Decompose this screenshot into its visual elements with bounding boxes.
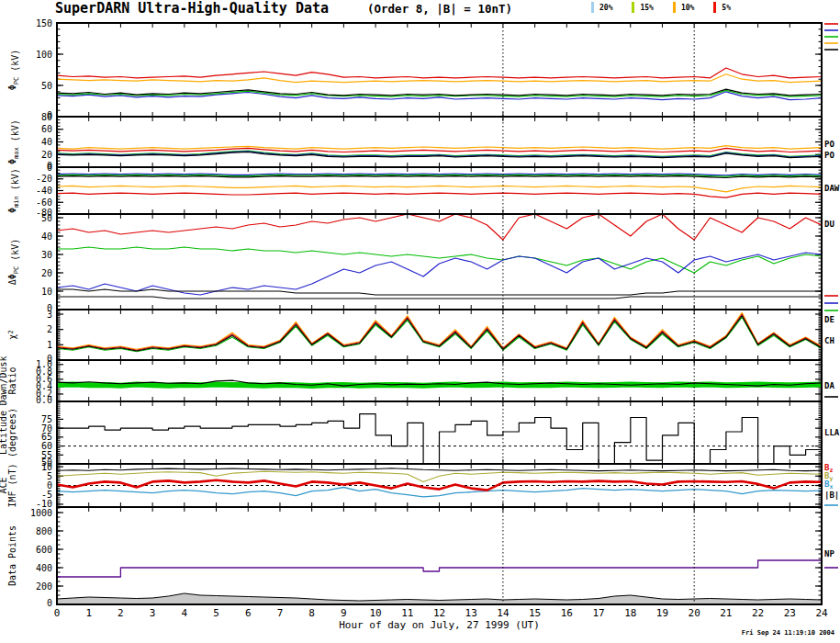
panel-data-points-series: [57, 560, 822, 604]
y-tick-label: 600: [36, 545, 52, 555]
y-tick-label: 55: [41, 450, 52, 460]
right-margin-label: PO: [824, 140, 834, 149]
x-tick-label: 24: [815, 607, 828, 619]
series-orange: [57, 74, 822, 83]
y-tick-label: 800: [36, 526, 52, 536]
panel-chi-squared-hour-ticks: [57, 310, 822, 360]
panel-dawn-dusk-ratio-y-axis-label: Ratio: [7, 367, 17, 394]
series-green: [57, 247, 822, 273]
y-tick-label: 60: [41, 124, 52, 134]
x-tick-label: 17: [592, 607, 604, 619]
x-tick-label: 2: [118, 607, 124, 619]
panel-chi-squared-border: [57, 310, 822, 360]
y-tick-label: -60: [36, 197, 52, 208]
y-tick-label: 400: [36, 563, 52, 573]
series-orange: [57, 312, 822, 349]
y-tick-label: 0: [47, 163, 52, 173]
y-tick-label: 20: [41, 268, 52, 278]
plot-timestamp: Fri Sep 24 11:19:10 2004: [742, 629, 834, 637]
panel-dawn-dusk-ratio-y-minor-ticks: [57, 361, 822, 401]
panel-latitude-y-axis-label: (degrees): [7, 408, 17, 457]
y-tick-label: 50: [41, 213, 52, 223]
x-tick-label: 4: [182, 607, 188, 619]
panel-phi-pc: 050100150ΦPC (kV): [7, 18, 822, 120]
x-tick-label: 1: [85, 607, 92, 619]
right-margin-label: NP: [824, 549, 834, 558]
y-tick-label: 75: [41, 414, 52, 424]
y-tick-label: 0: [47, 480, 52, 491]
panel-data-points-y-minor-ticks: [57, 508, 822, 604]
panel-ace-imf-y-axis-label: IMF (nT): [7, 463, 17, 507]
y-tick-label: 80: [41, 112, 52, 122]
y-tick-label: 10: [41, 462, 52, 472]
series-orange: [57, 146, 822, 150]
right-margin-label: DAW: [824, 184, 840, 193]
series-red: [57, 193, 822, 197]
panel-phi-pc-border: [57, 23, 822, 117]
y-tick-label: 1.0: [36, 359, 52, 369]
series-black: [57, 89, 822, 96]
panel-delta-phi-pc-y-axis-label: ΔΦPC (kV): [7, 239, 20, 286]
panel-phi-max-y-axis-label: Φmax (kV): [7, 119, 20, 164]
panel-ace-imf: -10-50510ACEIMF (nT): [0, 462, 822, 510]
series-black-lower: [57, 297, 822, 299]
panel-data-points-y-major-ticks: [57, 513, 822, 604]
x-tick-label: 0: [54, 607, 61, 619]
panel-phi-pc-y-axis-label: ΦPC (kV): [7, 50, 20, 91]
panel-dawn-dusk-ratio-hour-ticks: [57, 360, 822, 401]
y-tick-label: 70: [41, 423, 52, 434]
panel-phi-pc-hour-ticks: [57, 23, 822, 117]
x-tick-label: 11: [401, 607, 413, 619]
series-orange: [57, 186, 822, 191]
y-tick-label: 2: [47, 324, 52, 334]
series-B-magnitude: [57, 468, 822, 471]
panel-data-points-hour-ticks: [57, 507, 822, 604]
panel-latitude: 505560657075Latitude(degrees): [0, 401, 822, 468]
right-margin-label: DA: [824, 381, 834, 390]
panel-chi-squared-series: [57, 312, 822, 352]
panel-data-points: 02004006008001000Data Points: [7, 507, 822, 608]
panel-phi-min-y-axis-label: Φmin (kV): [7, 168, 20, 213]
multi-panel-time-series-chart: 050100150ΦPC (kV)020406080Φmax (kV)0-20-…: [0, 0, 840, 643]
panel-phi-pc-y-minor-ticks: [57, 23, 822, 117]
series-blue: [57, 253, 822, 295]
series-red: [57, 68, 822, 78]
right-margin-label: |B|: [824, 491, 839, 500]
panel-phi-max: 020406080Φmax (kV): [7, 112, 822, 171]
panel-data-points-border: [57, 507, 822, 604]
x-tick-label: 15: [529, 607, 541, 619]
panel-phi-max-y-minor-ticks: [57, 117, 822, 167]
x-tick-label: 12: [433, 607, 445, 619]
y-tick-label: 65: [41, 432, 52, 442]
panel-phi-min: 0-20-40-60-80Φmin (kV): [7, 163, 822, 218]
y-tick-label: 1000: [30, 508, 52, 518]
panel-phi-pc-y-major-ticks: [57, 23, 822, 117]
series-green-band: [57, 385, 822, 387]
x-tick-label: 21: [720, 607, 732, 619]
panel-phi-max-series: [57, 146, 822, 158]
y-tick-label: 100: [36, 50, 52, 60]
y-tick-label: 150: [36, 18, 52, 28]
panel-phi-min-series: [57, 174, 822, 197]
x-tick-label: 6: [245, 607, 252, 619]
right-margin-label: CH: [824, 336, 834, 345]
panel-chi-squared: 0123χ2: [7, 310, 823, 365]
panel-data-points-y-axis-label: Data Points: [7, 525, 17, 586]
panel-chi-squared-y-major-ticks: [57, 314, 822, 360]
panel-chi-squared-y-minor-ticks: [57, 310, 822, 360]
panel-dawn-dusk-ratio: 0.00.20.40.60.81.0Dawn/DuskRatio: [0, 355, 822, 405]
right-margin-label: DU: [824, 220, 834, 229]
x-tick-label: 10: [369, 607, 381, 619]
y-tick-label: 40: [41, 137, 52, 147]
panel-phi-pc-series: [57, 68, 822, 100]
y-tick-label: 40: [41, 231, 52, 242]
y-tick-label: 60: [41, 441, 52, 451]
x-tick-label: 7: [277, 607, 284, 619]
panel-ace-imf-series: [57, 468, 822, 497]
panel-phi-max-border: [57, 117, 822, 167]
right-margin-label: DE: [824, 315, 834, 324]
panel-phi-max-y-major-ticks: [57, 117, 822, 167]
x-tick-label: 19: [656, 607, 668, 619]
y-tick-label: 50: [41, 81, 52, 91]
x-tick-label: 23: [784, 607, 796, 619]
